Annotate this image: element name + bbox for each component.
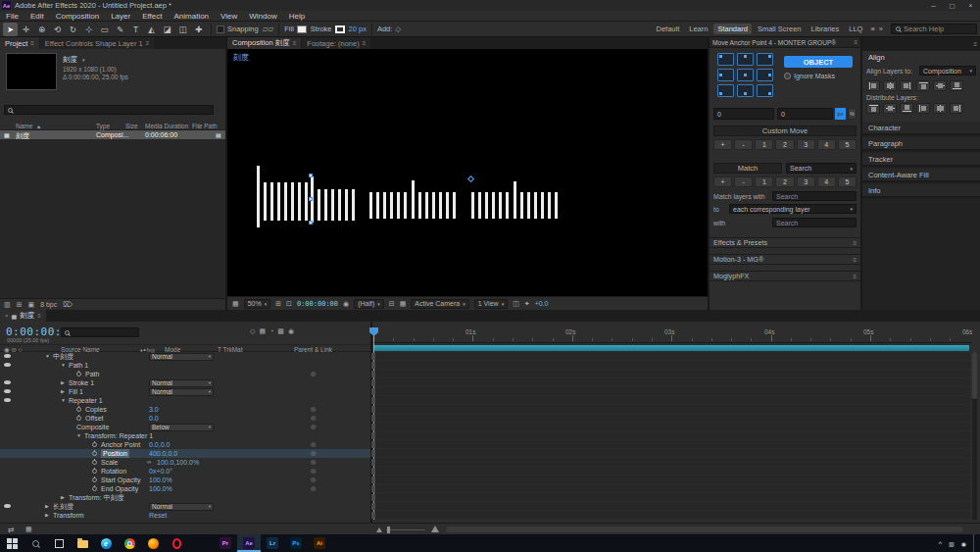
zoom-out-icon[interactable] xyxy=(376,527,382,532)
pickwhip-icon[interactable]: ◎ xyxy=(311,405,316,414)
timeline-row-end-opacity[interactable]: End Opacity100.0%◎ xyxy=(0,484,370,493)
distribute-center-horizontal-button[interactable] xyxy=(933,103,947,114)
blend-mode-dropdown[interactable]: Normal▾ xyxy=(149,388,214,396)
object-button[interactable]: OBJECT xyxy=(784,56,853,68)
match-2-button[interactable]: 2 xyxy=(775,176,794,187)
workspace-menu-icon[interactable]: ≡ xyxy=(870,25,874,33)
panel-menu-icon[interactable]: ≡ xyxy=(854,39,858,45)
pickwhip-icon[interactable]: ◎ xyxy=(311,423,316,431)
pickwhip-icon[interactable]: ◎ xyxy=(311,467,316,476)
property-label[interactable]: Rotation xyxy=(101,467,126,476)
stopwatch-icon[interactable] xyxy=(92,477,97,482)
property-value[interactable]: 100.0% xyxy=(149,484,172,493)
task-view-button[interactable] xyxy=(47,534,71,552)
fill-label[interactable]: Fill xyxy=(284,25,294,33)
timeline-row-composite[interactable]: CompositeBelow▾◎ xyxy=(0,423,370,431)
anchor-top-right-button[interactable] xyxy=(757,53,773,66)
stroke-label[interactable]: Stroke xyxy=(311,25,332,33)
premiere-pro[interactable]: Pr xyxy=(214,534,237,552)
property-label[interactable]: Transform: 中刻度 xyxy=(69,493,124,502)
distribute-top-button[interactable] xyxy=(866,103,880,114)
timeline-row-transform-中刻度[interactable]: ▶Transform: 中刻度 xyxy=(0,493,370,502)
search-button[interactable] xyxy=(24,534,47,552)
start-button[interactable] xyxy=(0,534,24,552)
motion-blur-icon[interactable]: ◉ xyxy=(288,327,294,335)
column-header-file-path[interactable]: File Path xyxy=(192,123,218,129)
brush-tool[interactable]: ◭ xyxy=(144,23,159,36)
selection-handle[interactable] xyxy=(309,174,313,177)
mask-visibility-icon[interactable]: ⊡ xyxy=(286,300,292,308)
photoshop[interactable]: Ps xyxy=(284,534,308,552)
camera-view-dropdown[interactable]: Active Camera▾ xyxy=(411,299,468,309)
visibility-eye-icon[interactable] xyxy=(4,504,11,508)
timeline-row-copies[interactable]: Copies3.0◎ xyxy=(0,405,370,414)
draft-3d-icon[interactable]: ▦ xyxy=(259,327,266,335)
timeline-vertical-scrollbar[interactable] xyxy=(972,352,977,520)
region-of-interest-icon[interactable]: ⊟ xyxy=(389,300,395,308)
pickwhip-icon[interactable]: ◎ xyxy=(311,370,316,378)
selection-tool[interactable]: ➤ xyxy=(3,23,18,36)
property-label[interactable]: Path 1 xyxy=(69,361,88,370)
match-button[interactable]: Match xyxy=(713,163,782,174)
menu-composition[interactable]: Composition xyxy=(50,12,105,21)
new-folder-icon[interactable]: ⊞ xyxy=(17,301,23,309)
pan-behind-anchor-tool[interactable]: ⊹ xyxy=(81,23,96,36)
stopwatch-icon[interactable] xyxy=(92,460,97,465)
current-time-display[interactable]: 0:00:00:00 xyxy=(297,300,338,308)
property-label[interactable]: Start Opacity xyxy=(101,476,140,484)
workspace-llq[interactable]: LLQ xyxy=(845,24,866,34)
zoom-slider-handle[interactable] xyxy=(387,527,390,533)
visibility-eye-icon[interactable] xyxy=(4,354,11,358)
anchor-bottom-center-button[interactable] xyxy=(737,84,754,97)
twirl-closed-icon[interactable]: ▶ xyxy=(45,512,49,518)
new-composition-icon[interactable]: ▣ xyxy=(28,301,35,309)
match-minus-button[interactable]: - xyxy=(734,176,753,187)
menu-effect[interactable]: Effect xyxy=(136,12,168,21)
magnification-dropdown[interactable]: 50%▾ xyxy=(244,299,271,309)
anchor-y-input[interactable]: 0 xyxy=(777,108,833,120)
motion-panel-tab[interactable]: Motion-3 - MG®≡ xyxy=(710,254,860,265)
chrome-browser[interactable] xyxy=(118,534,141,552)
panel-menu-icon[interactable]: ≡ xyxy=(30,40,34,46)
property-value[interactable]: 400.0,0.0 xyxy=(149,449,177,458)
property-label[interactable]: Copies xyxy=(85,405,107,414)
zoom-slider-track[interactable] xyxy=(386,529,425,530)
scrollbar-thumb[interactable] xyxy=(972,352,977,399)
pickwhip-icon[interactable]: ◎ xyxy=(311,458,316,467)
stopwatch-icon[interactable] xyxy=(92,442,97,447)
pickwhip-icon[interactable]: ◎ xyxy=(311,449,316,458)
selected-item-name[interactable]: 刻度 ▾ xyxy=(63,55,85,65)
stopwatch-icon[interactable] xyxy=(76,372,81,376)
anchor-top-left-button[interactable] xyxy=(717,53,734,66)
visibility-eye-icon[interactable] xyxy=(4,380,11,384)
maximize-button[interactable]: ▢ xyxy=(943,0,961,11)
anchor-x-input[interactable]: 0 xyxy=(713,108,774,120)
pickwhip-icon[interactable]: ◎ xyxy=(311,484,316,493)
pen-tool[interactable]: ✎ xyxy=(113,23,127,36)
property-value[interactable]: 100.0,100.0% xyxy=(157,458,199,467)
show-desktop-button[interactable] xyxy=(973,534,976,552)
frame-blending-icon[interactable]: ▩ xyxy=(277,327,284,335)
anchor-bottom-left-button[interactable] xyxy=(717,84,734,97)
timeline-search-input[interactable] xyxy=(61,327,139,337)
timeline-horizontal-scrollbar[interactable] xyxy=(446,527,963,532)
timeline-tab[interactable]: × ▦ 刻度 ≡ xyxy=(0,310,46,322)
panel-menu-icon[interactable]: ≡ xyxy=(146,40,150,46)
blend-mode-dropdown[interactable]: Normal▾ xyxy=(149,353,214,361)
blend-mode-dropdown[interactable]: Normal▾ xyxy=(149,503,214,511)
property-label[interactable]: Transform xyxy=(53,511,84,520)
timeline-row-stroke-1[interactable]: ▶Stroke 1Normal▾ xyxy=(0,378,370,387)
timeline-row-repeater-1[interactable]: ▼Repeater 1 xyxy=(0,396,370,405)
firefox-browser[interactable] xyxy=(141,534,165,552)
timeline-row-position[interactable]: Position400.0,0.0◎ xyxy=(0,449,370,458)
property-value[interactable]: 0.0 xyxy=(149,414,159,423)
hand-tool[interactable]: ✛ xyxy=(19,23,33,36)
twirl-open-icon[interactable]: ▼ xyxy=(61,362,66,368)
property-label[interactable]: Path xyxy=(85,370,99,378)
puppet-pin-tool[interactable]: ✚ xyxy=(191,23,206,36)
orbit-camera-tool[interactable]: ⟲ xyxy=(50,23,65,36)
panel-menu-icon[interactable]: ≡ xyxy=(853,274,857,279)
add-shape-icon[interactable]: ◇ xyxy=(395,25,401,33)
unit-px-button[interactable]: px xyxy=(835,108,846,120)
workspace-learn[interactable]: Learn xyxy=(685,24,711,34)
